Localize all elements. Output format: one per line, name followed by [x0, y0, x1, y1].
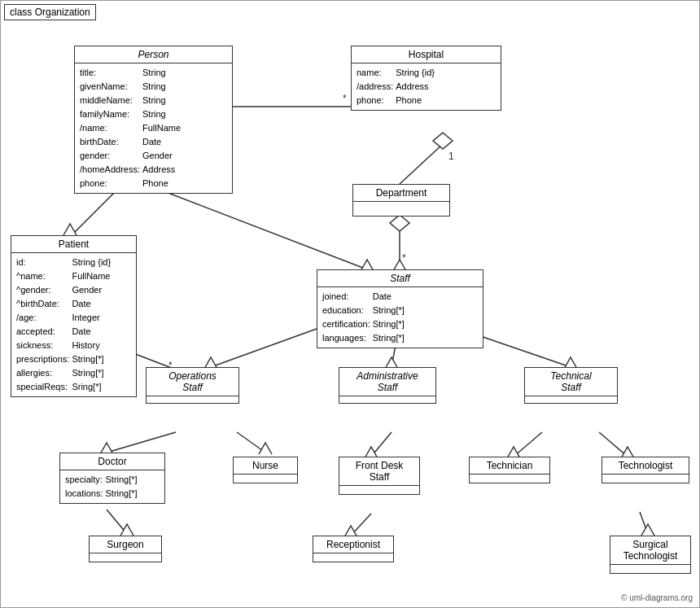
copyright: © uml-diagrams.org — [621, 593, 693, 602]
doctor-attrs: specialty:String[*] locations:String[*] — [60, 470, 164, 503]
technician-title: Technician — [470, 457, 549, 475]
administrative-staff-title: AdministrativeStaff — [339, 368, 435, 396]
person-attrs: title:String givenName:String middleName… — [75, 63, 232, 193]
class-operations-staff: OperationsStaff — [146, 367, 239, 404]
staff-title: Staff — [317, 270, 483, 287]
svg-marker-1 — [433, 133, 453, 149]
svg-text:1: 1 — [448, 151, 454, 162]
technologist-title: Technologist — [602, 457, 689, 475]
technician-attrs — [470, 475, 549, 483]
patient-title: Patient — [11, 236, 136, 253]
svg-line-4 — [70, 188, 119, 237]
hospital-title: Hospital — [352, 46, 501, 63]
technical-staff-title: TechnicalStaff — [525, 368, 617, 396]
doctor-title: Doctor — [60, 453, 164, 470]
class-person: Person title:String givenName:String mid… — [74, 46, 233, 194]
class-surgical-technologist: SurgicalTechnologist — [610, 536, 691, 574]
department-attrs — [353, 202, 449, 212]
hospital-attrs: name:String {id} /address:Address phone:… — [352, 63, 501, 110]
patient-attrs: id:String {id} ^name:FullName ^gender:Ge… — [11, 253, 136, 396]
class-staff: Staff joined:Date education:String[*] ce… — [317, 269, 483, 348]
nurse-attrs — [234, 475, 297, 483]
surgeon-title: Surgeon — [90, 536, 161, 553]
class-technical-staff: TechnicalStaff — [524, 367, 618, 404]
front-desk-staff-title: Front DeskStaff — [339, 457, 419, 486]
svg-line-11 — [237, 432, 265, 453]
receptionist-attrs — [313, 553, 393, 562]
svg-text:*: * — [402, 252, 406, 264]
class-doctor: Doctor specialty:String[*] locations:Str… — [59, 453, 165, 504]
technologist-attrs — [602, 475, 689, 483]
svg-line-16 — [351, 514, 371, 536]
surgical-technologist-attrs — [610, 565, 690, 573]
surgical-technologist-title: SurgicalTechnologist — [610, 536, 690, 565]
nurse-title: Nurse — [234, 457, 297, 475]
class-surgeon: Surgeon — [89, 536, 162, 562]
operations-staff-attrs — [147, 396, 238, 403]
svg-line-15 — [107, 510, 127, 534]
class-technologist: Technologist — [602, 457, 689, 483]
svg-line-10 — [107, 432, 176, 453]
svg-marker-3 — [390, 215, 409, 231]
diagram-container: class Organization — [0, 0, 700, 608]
svg-line-13 — [514, 432, 542, 457]
front-desk-staff-attrs — [339, 486, 419, 494]
operations-staff-title: OperationsStaff — [147, 368, 238, 396]
staff-attrs: joined:Date education:String[*] certific… — [317, 287, 483, 348]
diagram-title: class Organization — [4, 4, 96, 20]
person-title: Person — [75, 46, 232, 63]
svg-line-14 — [599, 432, 628, 457]
technical-staff-attrs — [525, 396, 617, 403]
svg-text:*: * — [343, 93, 347, 104]
class-technician: Technician — [469, 457, 550, 483]
department-title: Department — [353, 185, 449, 202]
class-hospital: Hospital name:String {id} /address:Addre… — [351, 46, 501, 111]
class-administrative-staff: AdministrativeStaff — [339, 367, 436, 404]
class-patient: Patient id:String {id} ^name:FullName ^g… — [11, 235, 137, 397]
class-department: Department — [352, 184, 450, 217]
surgeon-attrs — [90, 553, 161, 562]
administrative-staff-attrs — [339, 396, 435, 403]
receptionist-title: Receptionist — [313, 536, 393, 553]
svg-line-5 — [155, 188, 367, 269]
class-front-desk-staff: Front DeskStaff — [339, 457, 420, 495]
svg-line-0 — [400, 144, 443, 184]
svg-line-12 — [371, 432, 392, 457]
class-receptionist: Receptionist — [313, 536, 394, 562]
class-nurse: Nurse — [233, 457, 298, 483]
svg-line-17 — [640, 512, 648, 534]
